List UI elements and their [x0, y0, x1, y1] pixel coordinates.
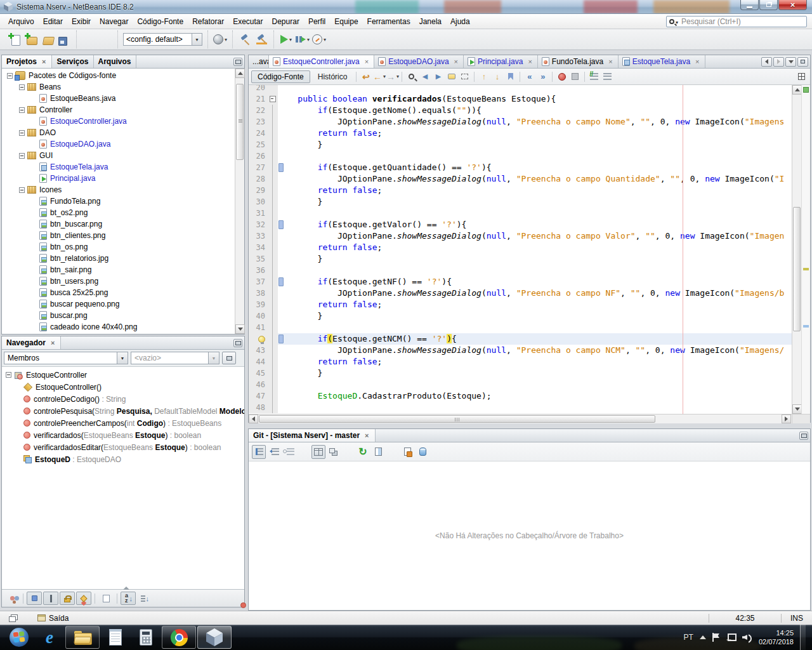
minimize-panel-button[interactable] — [233, 58, 242, 66]
code-fold-toggle-icon[interactable] — [268, 93, 278, 105]
tree-item-dao[interactable]: DAO — [2, 127, 235, 138]
bookmark-stripe-mark[interactable] — [803, 268, 809, 270]
menu-executar[interactable]: Executar — [228, 15, 267, 28]
tree-item-gui[interactable]: GUI — [2, 150, 235, 161]
chevron-down-icon[interactable]: ▼ — [192, 33, 202, 46]
show-inner-toggle-button[interactable] — [76, 592, 91, 605]
code-line-25[interactable]: 25 } — [249, 139, 792, 150]
tree-item-cadeado-icone-40x40-png[interactable]: cadeado icone 40x40.png — [2, 321, 235, 333]
tree-item-controller[interactable]: Controller — [2, 104, 235, 116]
chevron-down-icon[interactable]: ▾ — [383, 74, 386, 79]
inherited-toggle-button[interactable] — [4, 592, 20, 605]
chevron-down-icon[interactable]: ▾ — [307, 37, 310, 43]
debug-button[interactable]: ▾ — [294, 31, 311, 48]
deploy-button[interactable]: ▾ — [212, 31, 228, 48]
tree-item-bt-os2-png[interactable]: bt_os2.png — [2, 207, 235, 218]
collapse-toggle-icon[interactable] — [19, 107, 25, 113]
tree-item-pacotes-de-codigos-fonte[interactable]: Pacotes de Códigos-fonte — [2, 70, 235, 81]
close-tab-icon[interactable]: × — [453, 58, 459, 65]
show-desktop-button[interactable] — [800, 625, 806, 650]
code-line-27[interactable]: 27 if(Estoque.getQuantidade() == '?'){ — [249, 162, 792, 173]
columns-button[interactable] — [222, 352, 236, 364]
chevron-down-icon[interactable]: ▾ — [396, 74, 399, 79]
editor-horizontal-scrollbar[interactable] — [249, 414, 810, 423]
member-item[interactable]: EstoqueD : EstoqueDAO — [2, 453, 244, 465]
tree-item-fundotela-png[interactable]: FundoTela.png — [2, 196, 235, 207]
code-line-39[interactable]: 39 return false; — [249, 299, 792, 310]
taskbar-notepad-button[interactable] — [101, 626, 130, 649]
close-tab-icon[interactable]: × — [363, 432, 370, 439]
last-edit-button[interactable]: ↩ — [359, 70, 372, 83]
taskbar-chrome-button[interactable] — [162, 626, 196, 649]
tree-item-btn-users-png[interactable]: btn_users.png — [2, 275, 235, 287]
menu-refatorar[interactable]: Refatorar — [188, 15, 228, 28]
changes-list-view-button[interactable] — [252, 445, 266, 459]
sort-alpha-toggle-button[interactable]: ↓ — [121, 592, 136, 605]
quick-search[interactable]: ▾ — [666, 16, 807, 27]
tree-item-estoquebeans-java[interactable]: EstoqueBeans.java — [2, 93, 235, 104]
menu-codigo-fonte[interactable]: Código-Fonte — [133, 15, 188, 28]
code-line-47[interactable]: 47 EstoqueD.CadastrarProduto(Estoque); — [249, 390, 792, 402]
editor-tab-estoquecontroller-java[interactable]: EstoqueController.java× — [269, 55, 374, 68]
menu-janela[interactable]: Janela — [415, 15, 446, 28]
run-to-cursor-button[interactable] — [568, 70, 582, 83]
editor-tab-ava[interactable]: ...ava — [249, 55, 269, 68]
network-icon[interactable] — [726, 633, 736, 642]
minimize-panel-button[interactable] — [799, 432, 808, 440]
code-line-35[interactable]: 35 } — [249, 253, 792, 265]
code-line-43[interactable]: 43 JOptionPane.showMessageDialog(null, "… — [249, 345, 792, 356]
code-line-40[interactable]: 40 } — [249, 310, 792, 322]
scrollbar-thumb[interactable] — [259, 415, 655, 423]
editor-tab-principal-java[interactable]: Principal.java× — [464, 55, 538, 68]
menu-editar[interactable]: Editar — [39, 15, 67, 28]
sort-source-toggle-button[interactable]: ↓ — [137, 592, 152, 605]
insert-mode-indicator[interactable]: INS — [782, 611, 812, 625]
minimize-panel-button[interactable] — [233, 339, 242, 347]
new-project-button[interactable] — [23, 31, 39, 48]
maximize-editor-button[interactable] — [797, 57, 808, 67]
tab-git[interactable]: Git - [Sistema Nserv] - master × — [249, 429, 376, 442]
tree-item-principal-java[interactable]: Principal.java — [2, 173, 235, 184]
member-item[interactable]: controlePesquisa(String Pesquisa, Defaul… — [2, 405, 244, 417]
editor-vertical-scrollbar[interactable] — [792, 85, 801, 414]
menu-equipe[interactable]: Equipe — [330, 15, 362, 28]
open-project-button[interactable] — [39, 31, 56, 48]
member-item[interactable]: verificardadosEditar(EstoqueBeans Estoqu… — [2, 441, 244, 453]
minimize-window-button[interactable] — [740, 0, 759, 10]
action-center-icon[interactable] — [712, 633, 720, 642]
caret-stripe-mark[interactable] — [803, 325, 809, 328]
inherited-filter-select[interactable]: <vazio> ▼ — [131, 352, 219, 364]
forward-button[interactable]: →▾ — [386, 70, 399, 83]
previous-occurrence-button[interactable]: ◀ — [418, 70, 431, 83]
editor-tab-fundotela-java[interactable]: FundoTela.java× — [538, 55, 619, 68]
tree-item-buscar-pequeno-png[interactable]: buscar pequeno.png — [2, 298, 235, 310]
back-button[interactable]: ←▾ — [372, 70, 386, 83]
close-tab-icon[interactable]: × — [363, 58, 370, 65]
collapse-toggle-icon[interactable] — [19, 130, 25, 136]
scrollbar-thumb[interactable] — [793, 207, 801, 331]
previous-bookmark-button[interactable]: ↑ — [477, 70, 490, 83]
tab-projetos[interactable]: Projetos× — [2, 55, 52, 68]
taskbar-internet-explorer-button[interactable]: e — [35, 626, 64, 649]
tree-item-busca-25x25-png[interactable]: busca 25x25.png — [2, 287, 235, 298]
code-line-37[interactable]: 37 if(Estoque.getNF() == '?'){ — [249, 276, 792, 288]
uncomment-button[interactable] — [601, 70, 614, 83]
menu-depurar[interactable]: Depurar — [268, 15, 304, 28]
close-tab-icon[interactable]: × — [527, 58, 533, 65]
select-in-source-toggle-button[interactable] — [98, 592, 114, 605]
member-item[interactable]: controlePreencherCampos(int Codigo) : Es… — [2, 417, 244, 429]
vertical-layout-button[interactable] — [327, 445, 341, 459]
changes-compact-view-button[interactable] — [282, 445, 296, 459]
menu-arquivo[interactable]: Arquivo — [4, 15, 39, 28]
taskbar-windows-explorer-button[interactable] — [65, 626, 100, 649]
run-button[interactable]: ▾ — [278, 31, 294, 48]
tree-item-icones[interactable]: Icones — [2, 184, 235, 196]
tab-list-dropdown-button[interactable] — [785, 57, 796, 67]
scroll-tabs-right-button[interactable] — [773, 57, 784, 67]
source-view-button[interactable]: Código-Fonte — [251, 70, 310, 83]
menu-exibir[interactable]: Exibir — [67, 15, 95, 28]
collapse-toggle-icon[interactable] — [6, 372, 11, 378]
code-line-24[interactable]: 24 return false; — [249, 128, 792, 139]
toggle-highlight-button[interactable] — [445, 70, 458, 83]
members-view-select[interactable]: Membros ▼ — [4, 352, 128, 364]
